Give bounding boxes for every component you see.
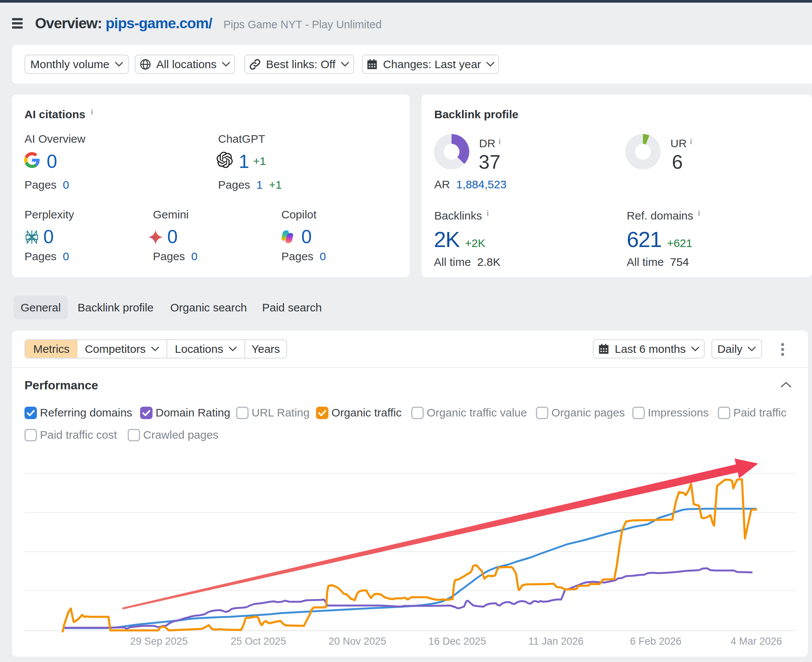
svg-text:6 Feb 2026: 6 Feb 2026 — [630, 636, 682, 647]
svg-text:4 Mar 2026: 4 Mar 2026 — [731, 636, 782, 647]
svg-text:16 Dec 2025: 16 Dec 2025 — [428, 636, 486, 647]
svg-text:20 Nov 2025: 20 Nov 2025 — [328, 636, 386, 647]
svg-text:25 Oct 2025: 25 Oct 2025 — [230, 636, 286, 647]
svg-text:11 Jan 2026: 11 Jan 2026 — [528, 636, 584, 647]
svg-text:29 Sep 2025: 29 Sep 2025 — [130, 636, 188, 647]
